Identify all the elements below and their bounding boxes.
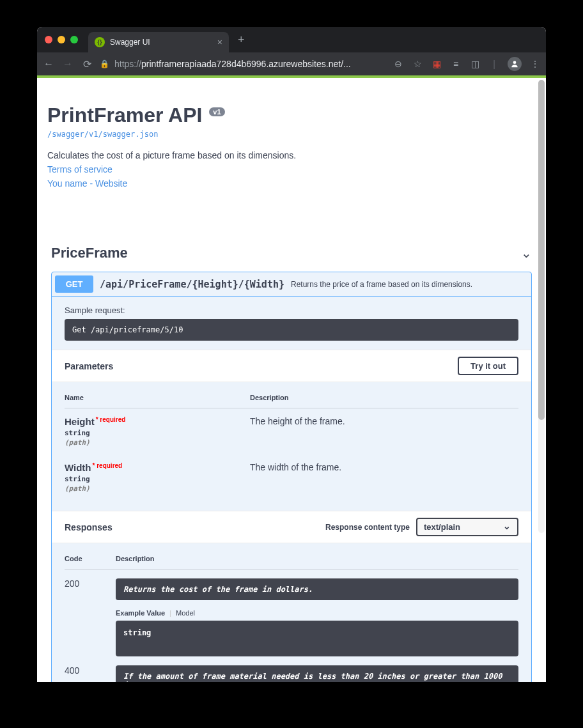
col-name-header: Name bbox=[65, 394, 250, 401]
swagger-json-link[interactable]: /swagger/v1/swagger.json bbox=[47, 130, 536, 139]
param-name: Width bbox=[65, 462, 91, 473]
titlebar: {} Swagger UI × + bbox=[37, 27, 546, 52]
example-value-tab[interactable]: Example Value bbox=[116, 609, 165, 617]
operation-description: Returns the price of a frame based on it… bbox=[291, 280, 472, 289]
response-code: 400 bbox=[65, 665, 116, 682]
lock-icon: 🔒 bbox=[100, 59, 109, 68]
minimize-window-icon[interactable] bbox=[58, 36, 65, 43]
try-it-out-button[interactable]: Try it out bbox=[458, 357, 518, 375]
sample-request-label: Sample request: bbox=[65, 306, 518, 315]
window-controls bbox=[45, 36, 78, 43]
scrollbar[interactable] bbox=[538, 80, 545, 533]
response-description: Returns the cost of the frame in dollars… bbox=[116, 578, 518, 600]
required-badge: * required bbox=[91, 462, 123, 469]
parameter-row: Height* required string (path) The heigh… bbox=[65, 408, 518, 449]
parameters-bar: Parameters Try it out bbox=[52, 350, 531, 382]
profile-icon[interactable] bbox=[508, 57, 522, 71]
param-type: string bbox=[65, 429, 250, 437]
tag-section: PriceFrame ⌄ GET /api/PriceFrame/{Height… bbox=[37, 237, 546, 682]
operation-block: GET /api/PriceFrame/{Height}/{Width} Ret… bbox=[51, 272, 532, 682]
method-badge: GET bbox=[55, 275, 93, 293]
url-scheme: https:// bbox=[114, 59, 141, 69]
maximize-window-icon[interactable] bbox=[70, 36, 78, 43]
page-content: PrintFramer API v1 /swagger/v1/swagger.j… bbox=[37, 78, 546, 682]
close-tab-icon[interactable]: × bbox=[217, 37, 222, 47]
response-code: 200 bbox=[65, 578, 116, 656]
browser-tab[interactable]: {} Swagger UI × bbox=[88, 32, 229, 52]
parameter-row: Width* required string (path) The width … bbox=[65, 449, 518, 495]
new-tab-button[interactable]: + bbox=[238, 33, 245, 47]
param-description: The width of the frame. bbox=[250, 462, 341, 493]
required-badge: * required bbox=[95, 416, 126, 423]
response-row: 400 If the amount of frame material need… bbox=[65, 656, 518, 682]
param-description: The height of the frame. bbox=[250, 416, 345, 447]
response-description: If the amount of frame material needed i… bbox=[116, 665, 518, 682]
responses-title: Responses bbox=[65, 522, 113, 532]
address-bar: ← → ⟳ 🔒 https://printframerapiaada728d4b… bbox=[37, 52, 546, 75]
responses-header-row: Code Description bbox=[65, 548, 518, 569]
forward-button[interactable]: → bbox=[61, 58, 74, 70]
col-desc-header: Description bbox=[250, 394, 289, 401]
svg-point-0 bbox=[513, 61, 517, 64]
code-header: Code bbox=[65, 555, 116, 562]
content-type-label: Response content type bbox=[325, 523, 410, 532]
param-location: (path) bbox=[65, 438, 250, 447]
desc-header: Description bbox=[116, 555, 155, 562]
extension2-icon[interactable]: ≡ bbox=[450, 58, 462, 70]
example-tabs: Example Value | Model bbox=[116, 609, 518, 617]
terms-link[interactable]: Terms of service bbox=[47, 164, 536, 174]
responses-bar: Responses Response content type text/pla… bbox=[52, 511, 531, 543]
content-type-value: text/plain bbox=[424, 522, 460, 532]
reload-button[interactable]: ⟳ bbox=[81, 58, 93, 70]
sample-request-code: Get /api/priceframe/5/10 bbox=[65, 319, 518, 341]
extension-icon[interactable]: ▦ bbox=[431, 58, 442, 70]
tab-title: Swagger UI bbox=[110, 38, 212, 47]
content-type-select[interactable]: text/plain bbox=[416, 518, 518, 536]
back-button[interactable]: ← bbox=[42, 58, 55, 70]
tag-name: PriceFrame bbox=[51, 245, 128, 261]
param-name: Height bbox=[65, 416, 95, 427]
example-value-box: string bbox=[116, 621, 518, 656]
response-row: 200 Returns the cost of the frame in dol… bbox=[65, 569, 518, 656]
version-badge: v1 bbox=[209, 107, 224, 116]
operation-path: /api/PriceFrame/{Height}/{Width} bbox=[100, 279, 284, 290]
parameters-table: Name Description Height* required string… bbox=[52, 382, 531, 511]
param-type: string bbox=[65, 475, 250, 483]
sample-request-section: Sample request: Get /api/priceframe/5/10 bbox=[52, 297, 531, 350]
responses-table: Code Description 200 Returns the cost of… bbox=[52, 543, 531, 682]
tag-header[interactable]: PriceFrame ⌄ bbox=[51, 237, 532, 267]
zoom-icon[interactable]: ⊖ bbox=[393, 58, 404, 70]
parameters-header-row: Name Description bbox=[65, 387, 518, 408]
extension3-icon[interactable]: ◫ bbox=[469, 58, 481, 70]
contact-link[interactable]: You name - Website bbox=[47, 178, 536, 189]
url-field[interactable]: 🔒 https://printframerapiaada728d4b6996.a… bbox=[100, 59, 386, 69]
parameters-title: Parameters bbox=[65, 361, 113, 371]
scrollbar-thumb[interactable] bbox=[538, 80, 545, 420]
swagger-favicon-icon: {} bbox=[95, 37, 105, 47]
param-location: (path) bbox=[65, 484, 250, 493]
api-title-text: PrintFramer API bbox=[47, 104, 202, 127]
star-icon[interactable]: ☆ bbox=[412, 58, 423, 70]
browser-window: {} Swagger UI × + ← → ⟳ 🔒 https://printf… bbox=[37, 27, 546, 682]
api-title: PrintFramer API v1 bbox=[47, 104, 536, 127]
info-section: PrintFramer API v1 /swagger/v1/swagger.j… bbox=[37, 78, 546, 201]
operation-summary[interactable]: GET /api/PriceFrame/{Height}/{Width} Ret… bbox=[52, 272, 531, 296]
divider: | bbox=[488, 58, 500, 70]
operation-body: Sample request: Get /api/priceframe/5/10… bbox=[52, 296, 531, 682]
url-host: printframerapiaada728d4b6996.azurewebsit… bbox=[141, 59, 351, 69]
toolbar-icons: ⊖ ☆ ▦ ≡ ◫ | ⋮ bbox=[393, 57, 541, 71]
menu-icon[interactable]: ⋮ bbox=[529, 58, 541, 70]
close-window-icon[interactable] bbox=[45, 36, 52, 43]
chevron-down-icon: ⌄ bbox=[521, 245, 532, 261]
url-text: https://printframerapiaada728d4b6996.azu… bbox=[114, 59, 351, 69]
api-description: Calculates the cost of a picture frame b… bbox=[47, 150, 536, 160]
model-tab[interactable]: Model bbox=[176, 609, 195, 617]
